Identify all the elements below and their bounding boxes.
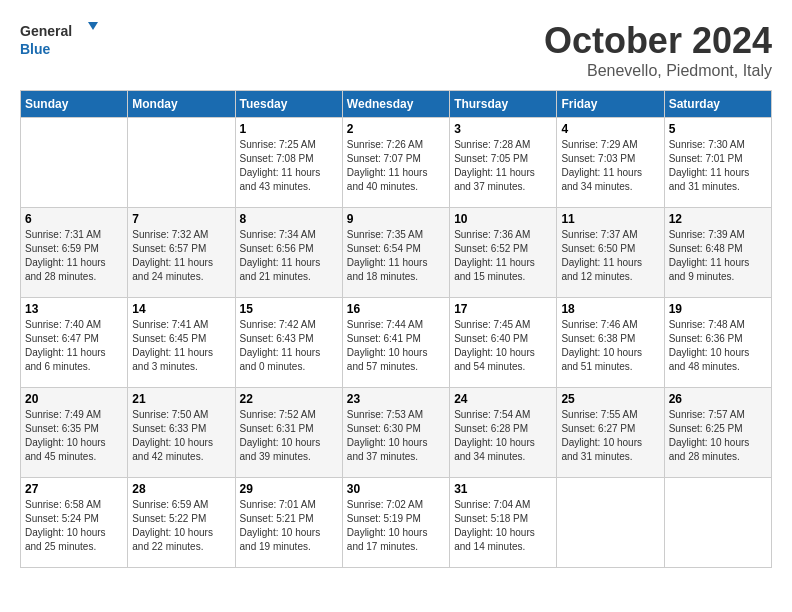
day-info: Sunrise: 7:40 AMSunset: 6:47 PMDaylight:… bbox=[25, 318, 123, 374]
day-info: Sunrise: 7:48 AMSunset: 6:36 PMDaylight:… bbox=[669, 318, 767, 374]
day-info: Sunrise: 7:37 AMSunset: 6:50 PMDaylight:… bbox=[561, 228, 659, 284]
day-cell: 23Sunrise: 7:53 AMSunset: 6:30 PMDayligh… bbox=[342, 388, 449, 478]
week-row-3: 13Sunrise: 7:40 AMSunset: 6:47 PMDayligh… bbox=[21, 298, 772, 388]
day-number: 29 bbox=[240, 482, 338, 496]
day-info: Sunrise: 7:52 AMSunset: 6:31 PMDaylight:… bbox=[240, 408, 338, 464]
day-number: 7 bbox=[132, 212, 230, 226]
day-info: Sunrise: 7:45 AMSunset: 6:40 PMDaylight:… bbox=[454, 318, 552, 374]
day-cell bbox=[557, 478, 664, 568]
day-cell bbox=[664, 478, 771, 568]
day-info: Sunrise: 7:32 AMSunset: 6:57 PMDaylight:… bbox=[132, 228, 230, 284]
day-cell: 8Sunrise: 7:34 AMSunset: 6:56 PMDaylight… bbox=[235, 208, 342, 298]
svg-marker-1 bbox=[88, 22, 98, 30]
day-info: Sunrise: 7:44 AMSunset: 6:41 PMDaylight:… bbox=[347, 318, 445, 374]
day-info: Sunrise: 7:30 AMSunset: 7:01 PMDaylight:… bbox=[669, 138, 767, 194]
day-info: Sunrise: 7:50 AMSunset: 6:33 PMDaylight:… bbox=[132, 408, 230, 464]
calendar-header: SundayMondayTuesdayWednesdayThursdayFrid… bbox=[21, 91, 772, 118]
day-number: 6 bbox=[25, 212, 123, 226]
day-number: 10 bbox=[454, 212, 552, 226]
day-cell: 16Sunrise: 7:44 AMSunset: 6:41 PMDayligh… bbox=[342, 298, 449, 388]
day-number: 3 bbox=[454, 122, 552, 136]
day-cell: 21Sunrise: 7:50 AMSunset: 6:33 PMDayligh… bbox=[128, 388, 235, 478]
logo: General Blue bbox=[20, 20, 100, 60]
svg-text:General: General bbox=[20, 23, 72, 39]
title-area: October 2024 Benevello, Piedmont, Italy bbox=[544, 20, 772, 80]
day-number: 23 bbox=[347, 392, 445, 406]
day-number: 30 bbox=[347, 482, 445, 496]
day-cell: 30Sunrise: 7:02 AMSunset: 5:19 PMDayligh… bbox=[342, 478, 449, 568]
day-cell: 2Sunrise: 7:26 AMSunset: 7:07 PMDaylight… bbox=[342, 118, 449, 208]
day-number: 20 bbox=[25, 392, 123, 406]
day-number: 28 bbox=[132, 482, 230, 496]
day-info: Sunrise: 7:36 AMSunset: 6:52 PMDaylight:… bbox=[454, 228, 552, 284]
day-number: 14 bbox=[132, 302, 230, 316]
day-cell: 22Sunrise: 7:52 AMSunset: 6:31 PMDayligh… bbox=[235, 388, 342, 478]
day-cell: 9Sunrise: 7:35 AMSunset: 6:54 PMDaylight… bbox=[342, 208, 449, 298]
day-cell: 10Sunrise: 7:36 AMSunset: 6:52 PMDayligh… bbox=[450, 208, 557, 298]
day-info: Sunrise: 7:29 AMSunset: 7:03 PMDaylight:… bbox=[561, 138, 659, 194]
day-info: Sunrise: 7:54 AMSunset: 6:28 PMDaylight:… bbox=[454, 408, 552, 464]
week-row-2: 6Sunrise: 7:31 AMSunset: 6:59 PMDaylight… bbox=[21, 208, 772, 298]
day-info: Sunrise: 7:57 AMSunset: 6:25 PMDaylight:… bbox=[669, 408, 767, 464]
calendar-table: SundayMondayTuesdayWednesdayThursdayFrid… bbox=[20, 90, 772, 568]
day-number: 31 bbox=[454, 482, 552, 496]
day-cell: 7Sunrise: 7:32 AMSunset: 6:57 PMDaylight… bbox=[128, 208, 235, 298]
day-info: Sunrise: 7:28 AMSunset: 7:05 PMDaylight:… bbox=[454, 138, 552, 194]
header-row: SundayMondayTuesdayWednesdayThursdayFrid… bbox=[21, 91, 772, 118]
day-cell: 25Sunrise: 7:55 AMSunset: 6:27 PMDayligh… bbox=[557, 388, 664, 478]
day-cell: 3Sunrise: 7:28 AMSunset: 7:05 PMDaylight… bbox=[450, 118, 557, 208]
day-cell bbox=[21, 118, 128, 208]
day-number: 1 bbox=[240, 122, 338, 136]
day-info: Sunrise: 7:55 AMSunset: 6:27 PMDaylight:… bbox=[561, 408, 659, 464]
day-info: Sunrise: 7:26 AMSunset: 7:07 PMDaylight:… bbox=[347, 138, 445, 194]
day-cell: 31Sunrise: 7:04 AMSunset: 5:18 PMDayligh… bbox=[450, 478, 557, 568]
calendar-body: 1Sunrise: 7:25 AMSunset: 7:08 PMDaylight… bbox=[21, 118, 772, 568]
day-info: Sunrise: 7:49 AMSunset: 6:35 PMDaylight:… bbox=[25, 408, 123, 464]
day-cell: 11Sunrise: 7:37 AMSunset: 6:50 PMDayligh… bbox=[557, 208, 664, 298]
header-day-saturday: Saturday bbox=[664, 91, 771, 118]
day-number: 9 bbox=[347, 212, 445, 226]
location-subtitle: Benevello, Piedmont, Italy bbox=[544, 62, 772, 80]
day-number: 18 bbox=[561, 302, 659, 316]
header-day-monday: Monday bbox=[128, 91, 235, 118]
day-number: 11 bbox=[561, 212, 659, 226]
svg-text:Blue: Blue bbox=[20, 41, 51, 57]
day-number: 16 bbox=[347, 302, 445, 316]
day-info: Sunrise: 6:59 AMSunset: 5:22 PMDaylight:… bbox=[132, 498, 230, 554]
day-number: 27 bbox=[25, 482, 123, 496]
day-cell: 12Sunrise: 7:39 AMSunset: 6:48 PMDayligh… bbox=[664, 208, 771, 298]
day-cell: 6Sunrise: 7:31 AMSunset: 6:59 PMDaylight… bbox=[21, 208, 128, 298]
day-cell: 26Sunrise: 7:57 AMSunset: 6:25 PMDayligh… bbox=[664, 388, 771, 478]
header-day-wednesday: Wednesday bbox=[342, 91, 449, 118]
day-cell: 15Sunrise: 7:42 AMSunset: 6:43 PMDayligh… bbox=[235, 298, 342, 388]
day-cell: 4Sunrise: 7:29 AMSunset: 7:03 PMDaylight… bbox=[557, 118, 664, 208]
day-info: Sunrise: 7:53 AMSunset: 6:30 PMDaylight:… bbox=[347, 408, 445, 464]
logo-graphic: General Blue bbox=[20, 20, 100, 60]
day-cell: 17Sunrise: 7:45 AMSunset: 6:40 PMDayligh… bbox=[450, 298, 557, 388]
day-number: 13 bbox=[25, 302, 123, 316]
day-cell: 20Sunrise: 7:49 AMSunset: 6:35 PMDayligh… bbox=[21, 388, 128, 478]
day-number: 2 bbox=[347, 122, 445, 136]
day-number: 17 bbox=[454, 302, 552, 316]
header-day-sunday: Sunday bbox=[21, 91, 128, 118]
day-info: Sunrise: 6:58 AMSunset: 5:24 PMDaylight:… bbox=[25, 498, 123, 554]
day-number: 25 bbox=[561, 392, 659, 406]
day-cell: 24Sunrise: 7:54 AMSunset: 6:28 PMDayligh… bbox=[450, 388, 557, 478]
day-info: Sunrise: 7:41 AMSunset: 6:45 PMDaylight:… bbox=[132, 318, 230, 374]
day-number: 22 bbox=[240, 392, 338, 406]
month-title: October 2024 bbox=[544, 20, 772, 62]
day-info: Sunrise: 7:42 AMSunset: 6:43 PMDaylight:… bbox=[240, 318, 338, 374]
day-cell: 27Sunrise: 6:58 AMSunset: 5:24 PMDayligh… bbox=[21, 478, 128, 568]
day-cell: 1Sunrise: 7:25 AMSunset: 7:08 PMDaylight… bbox=[235, 118, 342, 208]
day-cell: 18Sunrise: 7:46 AMSunset: 6:38 PMDayligh… bbox=[557, 298, 664, 388]
header: General Blue October 2024 Benevello, Pie… bbox=[20, 20, 772, 80]
day-number: 8 bbox=[240, 212, 338, 226]
day-cell bbox=[128, 118, 235, 208]
day-number: 5 bbox=[669, 122, 767, 136]
day-number: 19 bbox=[669, 302, 767, 316]
day-info: Sunrise: 7:25 AMSunset: 7:08 PMDaylight:… bbox=[240, 138, 338, 194]
day-number: 21 bbox=[132, 392, 230, 406]
day-number: 4 bbox=[561, 122, 659, 136]
day-cell: 14Sunrise: 7:41 AMSunset: 6:45 PMDayligh… bbox=[128, 298, 235, 388]
day-number: 15 bbox=[240, 302, 338, 316]
